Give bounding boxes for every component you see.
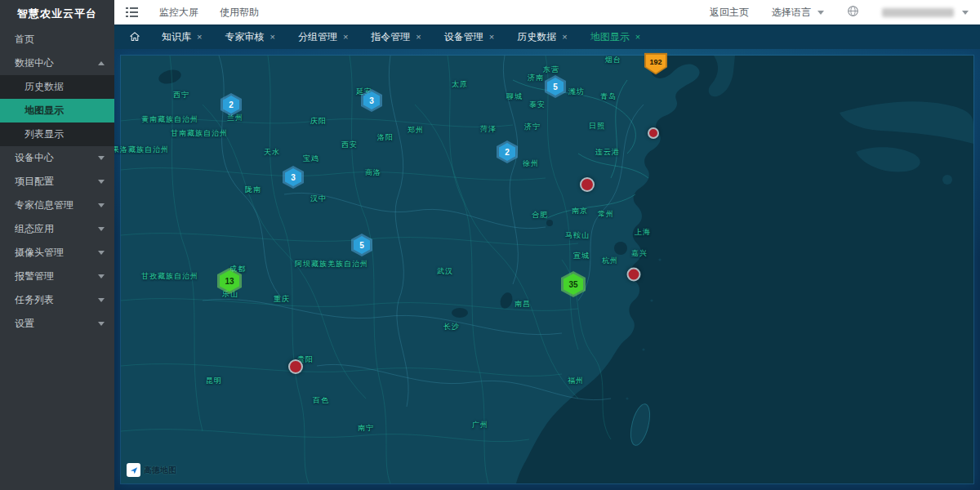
tab-label: 设备管理 <box>444 30 483 44</box>
chevron-down-icon <box>817 11 824 15</box>
language-select[interactable]: 选择语言 <box>772 6 824 20</box>
marker-device-offline[interactable] <box>627 268 641 282</box>
tab-close-icon[interactable]: × <box>489 32 494 42</box>
chevron-down-icon <box>98 180 105 184</box>
sidebar-item-task-list[interactable]: 任务列表 <box>0 288 114 312</box>
tab-close-icon[interactable]: × <box>270 32 274 42</box>
sidebar-item-label: 数据中心 <box>15 56 95 70</box>
sidebar-item-list-display[interactable]: 列表显示 <box>0 122 114 146</box>
sidebar-item-data-center[interactable]: 数据中心 <box>0 51 114 75</box>
topbar-right: 返回主页 选择语言 <box>710 5 969 20</box>
sidebar-item-label: 列表显示 <box>24 127 105 141</box>
tab-label: 专家审核 <box>225 30 264 44</box>
chevron-down-icon <box>98 274 105 278</box>
sidebar-item-label: 历史数据 <box>24 80 105 94</box>
map-panel: 西宁兰州黄南藏族自治州甘南藏族自治州果洛藏族自治州延安庆阳天水宝鸡西安商洛陇南汉… <box>114 49 980 490</box>
sidebar-item-label: 项目配置 <box>15 175 95 189</box>
sidebar-item-map-display[interactable]: 地图显示 <box>0 99 114 122</box>
tab-list: 知识库×专家审核×分组管理×指令管理×设备管理×历史数据×地图显示× <box>150 24 652 49</box>
topbar-left: 监控大屏 使用帮助 <box>126 6 259 20</box>
page: 智慧农业云平台 首页数据中心历史数据地图显示列表显示设备中心项目配置专家信息管理… <box>0 0 980 490</box>
sidebar-item-label: 地图显示 <box>24 104 105 118</box>
sidebar-item-label: 报警管理 <box>15 270 95 283</box>
chevron-down-icon <box>98 298 105 302</box>
tab-knowledge-base[interactable]: 知识库× <box>150 24 213 49</box>
sidebar-menu: 首页数据中心历史数据地图显示列表显示设备中心项目配置专家信息管理组态应用摄像头管… <box>0 28 114 336</box>
tab-expert-review[interactable]: 专家审核× <box>213 24 286 49</box>
map-markers: 2353251335192 <box>121 56 973 483</box>
amap-logo-icon <box>127 463 140 477</box>
marker-device-offline[interactable] <box>288 359 303 374</box>
user-menu[interactable] <box>882 8 969 17</box>
sidebar-item-settings[interactable]: 设置 <box>0 312 114 336</box>
sidebar-item-label: 组态应用 <box>15 222 95 236</box>
marker-cluster-13[interactable]: 13 <box>217 268 242 294</box>
globe-icon[interactable] <box>847 5 859 20</box>
marker-count: 192 <box>646 55 666 74</box>
tab-close-icon[interactable]: × <box>197 32 202 42</box>
tab-close-icon[interactable]: × <box>635 32 640 42</box>
topbar-item-monitor-screen[interactable]: 监控大屏 <box>159 6 198 20</box>
tab-label: 历史数据 <box>517 30 556 44</box>
chevron-down-icon <box>962 11 969 15</box>
main-area: 监控大屏 使用帮助 返回主页 选择语言 <box>114 0 980 490</box>
chevron-down-icon <box>98 251 105 255</box>
app-title: 智慧农业云平台 <box>0 0 114 28</box>
tab-label: 知识库 <box>162 30 191 44</box>
sidebar-submenu-data-center: 历史数据地图显示列表显示 <box>0 75 114 146</box>
marker-cluster-3[interactable]: 3 <box>361 89 382 112</box>
marker-cluster-35[interactable]: 35 <box>561 271 586 297</box>
tab-close-icon[interactable]: × <box>343 32 348 42</box>
sidebar-item-device-center[interactable]: 设备中心 <box>0 146 114 170</box>
chevron-down-icon <box>98 227 105 231</box>
topbar-item-help[interactable]: 使用帮助 <box>220 6 259 20</box>
username-masked <box>882 8 954 17</box>
sidebar-item-label: 摄像头管理 <box>15 246 95 260</box>
sidebar-item-label: 设置 <box>15 317 95 331</box>
marker-cluster-2[interactable]: 2 <box>220 93 242 116</box>
map-attribution-text: 高德地图 <box>144 465 176 476</box>
tab-close-icon[interactable]: × <box>562 32 567 42</box>
tab-map-display[interactable]: 地图显示× <box>579 24 652 49</box>
sidebar-item-scada-app[interactable]: 组态应用 <box>0 217 114 241</box>
tab-close-icon[interactable]: × <box>416 32 421 42</box>
tabbar: 知识库×专家审核×分组管理×指令管理×设备管理×历史数据×地图显示× <box>114 24 980 49</box>
sidebar-item-label: 专家信息管理 <box>15 198 95 212</box>
sidebar-item-camera-mgmt[interactable]: 摄像头管理 <box>0 241 114 265</box>
chevron-up-icon <box>98 61 105 65</box>
marker-cluster-2[interactable]: 2 <box>497 140 518 163</box>
map-canvas[interactable]: 西宁兰州黄南藏族自治州甘南藏族自治州果洛藏族自治州延安庆阳天水宝鸡西安商洛陇南汉… <box>121 56 973 483</box>
home-tab-icon[interactable] <box>122 24 147 49</box>
sidebar: 智慧农业云平台 首页数据中心历史数据地图显示列表显示设备中心项目配置专家信息管理… <box>0 0 114 490</box>
marker-badge-192[interactable]: 192 <box>644 53 667 75</box>
tab-label: 地图显示 <box>590 30 630 44</box>
chevron-down-icon <box>98 203 105 207</box>
sidebar-item-label: 设备中心 <box>15 151 95 165</box>
tab-device-mgmt[interactable]: 设备管理× <box>433 24 506 49</box>
topbar: 监控大屏 使用帮助 返回主页 选择语言 <box>114 0 980 24</box>
back-home-link[interactable]: 返回主页 <box>710 6 749 20</box>
tab-label: 指令管理 <box>371 30 410 44</box>
marker-cluster-5[interactable]: 5 <box>351 234 372 256</box>
language-label: 选择语言 <box>772 6 811 20</box>
sidebar-item-label: 任务列表 <box>15 293 95 307</box>
sidebar-item-home[interactable]: 首页 <box>0 28 114 51</box>
marker-device-offline[interactable] <box>580 177 595 192</box>
sidebar-item-label: 首页 <box>15 33 105 47</box>
tab-label: 分组管理 <box>298 30 337 44</box>
collapse-menu-icon[interactable] <box>126 7 138 17</box>
marker-device-offline[interactable] <box>648 127 659 139</box>
tab-group-mgmt[interactable]: 分组管理× <box>287 24 359 49</box>
sidebar-item-alarm-mgmt[interactable]: 报警管理 <box>0 265 114 288</box>
tab-history-data[interactable]: 历史数据× <box>506 24 578 49</box>
marker-cluster-5[interactable]: 5 <box>545 75 566 98</box>
chevron-down-icon <box>98 156 105 160</box>
tab-command-mgmt[interactable]: 指令管理× <box>359 24 432 49</box>
marker-cluster-3[interactable]: 3 <box>283 166 304 189</box>
sidebar-item-expert-info-mgmt[interactable]: 专家信息管理 <box>0 194 114 217</box>
chevron-down-icon <box>98 322 105 326</box>
sidebar-item-project-config[interactable]: 项目配置 <box>0 170 114 194</box>
map-attribution: 高德地图 <box>127 463 176 477</box>
sidebar-item-history-data[interactable]: 历史数据 <box>0 75 114 99</box>
